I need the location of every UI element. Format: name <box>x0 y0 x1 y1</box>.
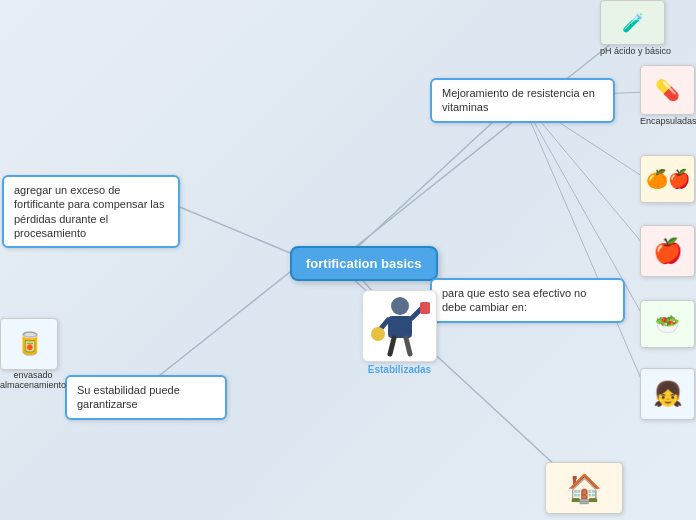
estabilizadas-node[interactable]: Estabilizadas <box>362 290 437 375</box>
svg-line-17 <box>390 338 394 354</box>
svg-rect-15 <box>420 302 430 314</box>
para-que-node[interactable]: para que esto sea efectivo no debe cambi… <box>430 278 625 323</box>
svg-line-3 <box>145 268 295 387</box>
cans-image-node: 🥫 envasado almacenamiento <box>0 318 66 390</box>
central-node[interactable]: fortification basics <box>290 246 438 281</box>
apple-image-node: 🍎 <box>640 225 695 277</box>
mejoramiento-node[interactable]: Mejoramiento de resistencia en vitaminas <box>430 78 615 123</box>
agregar-node[interactable]: agregar un exceso de fortificante para c… <box>2 175 180 248</box>
svg-point-11 <box>391 297 409 315</box>
svg-line-18 <box>406 338 410 354</box>
svg-line-4 <box>349 27 632 252</box>
capsules-image-node: 💊 Encapsuladas <box>640 65 696 126</box>
svg-point-16 <box>371 327 385 341</box>
ph-image-node: 🧪 pH ácido y básico <box>600 0 671 56</box>
svg-line-1 <box>175 205 295 255</box>
svg-line-10 <box>520 97 648 395</box>
fruits-image-node: 🍊🍎 <box>640 155 695 203</box>
estabilidad-node[interactable]: Su estabilidad puede garantizarse <box>65 375 227 420</box>
person-illustration <box>370 294 430 359</box>
mind-map-canvas: fortification basics Mejoramiento de res… <box>0 0 696 520</box>
child-image-node: 👧 <box>640 368 695 420</box>
salad-image-node: 🥗 <box>640 300 695 348</box>
svg-rect-12 <box>388 316 412 338</box>
house-image-node: 🏠 <box>545 462 623 514</box>
